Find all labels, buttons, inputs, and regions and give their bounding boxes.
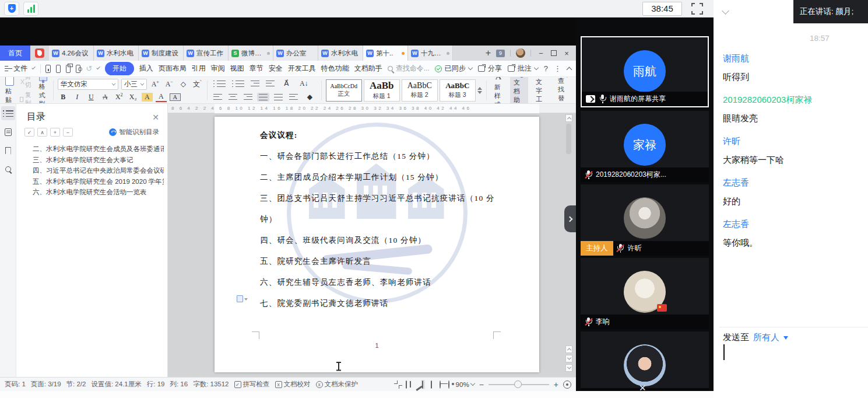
- text-tools-button[interactable]: 文字工具: [532, 77, 550, 104]
- toc-close-button[interactable]: ✕: [152, 113, 159, 122]
- menu-tab-security[interactable]: 安全: [269, 64, 283, 74]
- paragraph-options-icon[interactable]: [237, 295, 243, 302]
- toc-item[interactable]: 三、水利水电学院研究生会大事记: [33, 155, 164, 166]
- grow-font-icon[interactable]: A+: [150, 79, 161, 89]
- status-word-count[interactable]: 字数: 13512: [193, 380, 229, 389]
- sort-icon[interactable]: A↓: [297, 78, 311, 89]
- side-by-side-view-button[interactable]: [405, 380, 409, 389]
- numbered-list-icon[interactable]: [230, 79, 246, 88]
- zoom-level-dropdown[interactable]: 90%: [456, 381, 475, 388]
- account-avatar[interactable]: [516, 48, 525, 58]
- find-pane-button[interactable]: [1, 162, 15, 176]
- print-preview-icon[interactable]: [76, 65, 80, 73]
- menu-tab-references[interactable]: 引用: [192, 64, 206, 74]
- comment-button[interactable]: 批注: [508, 64, 538, 74]
- share-button[interactable]: 分享: [478, 64, 502, 74]
- wps-home-tab[interactable]: 首页: [0, 46, 30, 61]
- text-direction-icon[interactable]: A⃗: [279, 78, 294, 89]
- document-page[interactable]: 会议议程: 一、研会各部门部长进行工作总结（15 分钟） 二、主席团成员介绍本学…: [215, 117, 539, 372]
- zoom-out-button[interactable]: −: [479, 380, 484, 389]
- chat-sender-name[interactable]: 谢雨航: [723, 49, 863, 68]
- command-search[interactable]: 查找命令...: [388, 64, 430, 74]
- toc-zoom-in-button[interactable]: +: [50, 128, 60, 137]
- export-icon[interactable]: [56, 65, 61, 73]
- format-painter-button[interactable]: 格式刷: [37, 77, 49, 104]
- toc-item[interactable]: 四、习近平总书记在中央政治局常委会会议研究应对...: [33, 165, 164, 176]
- increase-indent-icon[interactable]: [264, 79, 276, 88]
- doc-proofing-button[interactable]: x 文档校对: [275, 380, 311, 389]
- toc-zoom-out-button[interactable]: −: [63, 128, 73, 137]
- doc-protection-button[interactable]: x 文档未保护: [316, 380, 359, 389]
- shading-icon[interactable]: ◆: [303, 92, 317, 103]
- paste-button[interactable]: 粘贴: [3, 77, 16, 104]
- doc-tab-2[interactable]: W水利水电: [94, 46, 139, 61]
- fit-page-button[interactable]: [563, 380, 571, 389]
- clear-format-icon[interactable]: ◇: [178, 80, 189, 89]
- fullscreen-view-button[interactable]: [397, 383, 400, 386]
- align-left-icon[interactable]: [212, 93, 224, 102]
- menu-tab-doc-assistant[interactable]: 文档助手: [354, 64, 382, 74]
- bullet-list-icon[interactable]: [212, 79, 227, 88]
- close-button[interactable]: ×: [562, 49, 571, 58]
- underline-icon[interactable]: U: [86, 93, 97, 102]
- style-heading2[interactable]: AaBbC 标题 2: [402, 79, 438, 102]
- chat-collapse-chevron[interactable]: [722, 7, 729, 15]
- panel-close-icon[interactable]: ✕: [639, 383, 646, 391]
- menu-tab-start[interactable]: 开始: [105, 62, 134, 75]
- print-icon[interactable]: [66, 65, 71, 73]
- font-name-select[interactable]: 华文仿宋: [58, 79, 118, 90]
- undo-icon[interactable]: ↺: [86, 64, 92, 73]
- network-quality-button[interactable]: [23, 2, 38, 16]
- toc-collapse-button[interactable]: ∧: [37, 128, 47, 137]
- doc-tab-7[interactable]: W水利水电: [318, 46, 363, 61]
- toc-pane-button[interactable]: [1, 106, 15, 120]
- chat-sender-name[interactable]: 许昕: [723, 132, 863, 151]
- eye-protection-button[interactable]: [447, 380, 451, 389]
- decrease-indent-icon[interactable]: [249, 79, 261, 88]
- outline-view-button[interactable]: [430, 380, 434, 389]
- menu-tab-review[interactable]: 审阅: [211, 64, 225, 74]
- security-shield-button[interactable]: [4, 2, 19, 16]
- zoom-slider-knob[interactable]: [514, 380, 522, 388]
- scroll-down-button[interactable]: [565, 364, 572, 372]
- new-style-button[interactable]: A̋ 新样式: [491, 77, 506, 104]
- toc-item[interactable]: 五、水利水电学院研究生会 2019 2020 学年第二学...: [33, 176, 164, 187]
- wps-logo-button[interactable]: [30, 46, 49, 61]
- participant-tile-sharing[interactable]: 雨航 谢雨航的屏幕共享: [581, 36, 709, 107]
- subscript-icon[interactable]: X₂: [128, 93, 139, 102]
- strikethrough-icon[interactable]: A: [100, 93, 111, 102]
- page-thumbnails-button[interactable]: [1, 125, 15, 139]
- style-normal[interactable]: AaBbCcDd 正文: [326, 79, 362, 102]
- minimize-button[interactable]: −: [536, 49, 546, 58]
- chat-sender-name[interactable]: 2019282060203柯家禄: [723, 90, 863, 109]
- copy-button[interactable]: 复制: [20, 91, 33, 104]
- file-menu[interactable]: 文件: [13, 64, 27, 74]
- style-heading3[interactable]: AaBbC 标题 3: [440, 79, 476, 102]
- doc-tab-6[interactable]: W办公室: [273, 46, 318, 61]
- justify-icon[interactable]: [257, 93, 269, 102]
- help-button[interactable]: ?: [544, 64, 548, 73]
- italic-icon[interactable]: I: [72, 93, 83, 102]
- participant-tile[interactable]: 家禄 2019282060203柯家...: [581, 111, 709, 182]
- doc-tab-9[interactable]: W十九届研: [408, 46, 453, 61]
- menu-tab-section[interactable]: 章节: [249, 64, 263, 74]
- toc-item[interactable]: 二、水利水电学院研究生会成员及各班委通讯录: [33, 144, 164, 155]
- bold-icon[interactable]: B: [58, 93, 69, 102]
- doc-tab-3[interactable]: W制度建设: [139, 46, 184, 61]
- align-right-icon[interactable]: [242, 93, 254, 102]
- save-icon[interactable]: [45, 65, 50, 73]
- line-spacing-icon[interactable]: [287, 93, 300, 102]
- menu-tab-features[interactable]: 特色功能: [321, 64, 349, 74]
- ink-mode-button[interactable]: [413, 383, 416, 386]
- more-options-button[interactable]: ⋮: [554, 64, 561, 73]
- participant-tile[interactable]: 李响: [581, 258, 709, 329]
- style-heading1[interactable]: AaBb 标题 1: [364, 79, 400, 102]
- web-view-button[interactable]: [438, 380, 442, 389]
- font-color-icon[interactable]: A: [156, 92, 167, 102]
- restore-button[interactable]: [551, 50, 557, 56]
- menu-tab-page-layout[interactable]: 页面布局: [159, 64, 187, 74]
- doc-tab-1[interactable]: W4.26会议: [49, 46, 94, 61]
- tab-list-badge[interactable]: 9: [496, 50, 505, 57]
- cut-button[interactable]: 剪切: [20, 77, 33, 89]
- previous-page-button[interactable]: [565, 345, 572, 353]
